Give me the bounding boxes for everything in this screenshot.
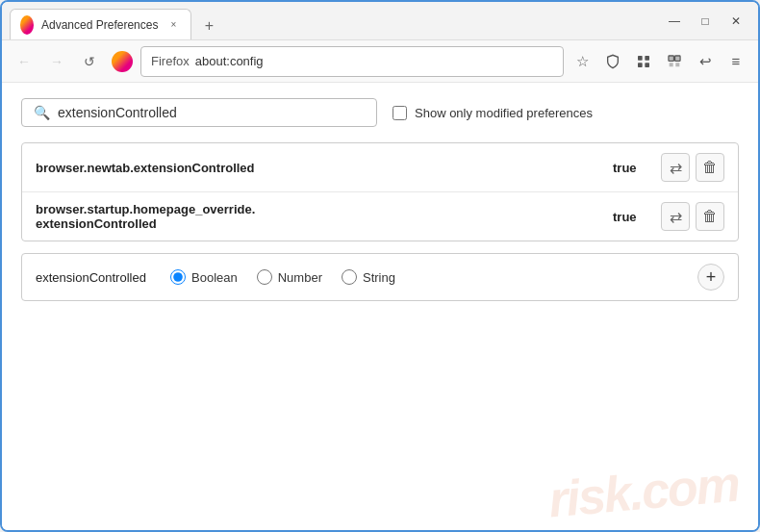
tab-area: Advanced Preferences × + [10, 2, 656, 39]
back-button[interactable]: ← [10, 47, 38, 76]
maximize-button[interactable]: □ [691, 7, 720, 36]
address-bar[interactable]: Firefox about:config [140, 46, 564, 77]
new-tab-button[interactable]: + [195, 13, 222, 39]
url-display: about:config [195, 54, 553, 68]
boolean-radio-label[interactable]: Boolean [170, 269, 238, 285]
row-2-actions: ⇄ 🗑 [661, 202, 724, 231]
string-radio[interactable] [342, 269, 357, 285]
number-label: Number [278, 270, 322, 285]
shield-icon[interactable] [598, 47, 627, 76]
add-pref-button[interactable]: + [697, 264, 724, 291]
number-radio[interactable] [257, 269, 272, 285]
firefox-favicon-icon [20, 15, 34, 35]
svg-rect-0 [638, 56, 643, 61]
firefox-logo-icon [112, 51, 133, 72]
sync-icon[interactable] [660, 47, 689, 76]
reload-button[interactable]: ↺ [75, 47, 104, 76]
toggle-button-1[interactable]: ⇄ [661, 153, 690, 182]
close-button[interactable]: ✕ [722, 7, 750, 36]
row-1-actions: ⇄ 🗑 [661, 153, 724, 182]
toggle-icon-2: ⇄ [670, 208, 682, 226]
content-area: 🔍 Show only modified preferences browser… [2, 83, 758, 530]
show-modified-text: Show only modified preferences [415, 106, 593, 120]
pref-name-2-line1: browser.startup.homepage_override. [36, 202, 255, 216]
nav-bar: ← → ↺ Firefox about:config ☆ ↩ ≡ [2, 40, 758, 83]
show-modified-checkbox[interactable] [393, 106, 407, 120]
watermark: risk.com [546, 454, 741, 528]
title-bar: Advanced Preferences × + — □ ✕ [2, 2, 758, 40]
new-pref-name: extensionControlled [36, 270, 151, 285]
tab-close-button[interactable]: × [165, 17, 181, 33]
pref-value-2: true [613, 210, 651, 224]
delete-icon-1: 🗑 [702, 159, 718, 176]
number-radio-label[interactable]: Number [257, 269, 322, 285]
delete-button-2[interactable]: 🗑 [696, 202, 724, 231]
search-input-wrap[interactable]: 🔍 [21, 98, 377, 127]
browser-brand-label: Firefox [151, 54, 190, 68]
search-bar: 🔍 Show only modified preferences [21, 98, 739, 127]
history-icon[interactable]: ↩ [691, 47, 720, 76]
forward-button[interactable]: → [42, 47, 71, 76]
svg-rect-2 [638, 63, 643, 67]
type-radio-group: Boolean Number String [170, 269, 678, 285]
show-modified-label[interactable]: Show only modified preferences [393, 106, 593, 120]
window-controls: — □ ✕ [660, 7, 750, 36]
table-row: browser.newtab.extensionControlled true … [22, 143, 738, 192]
search-input[interactable] [58, 105, 365, 120]
search-icon: 🔍 [34, 105, 50, 120]
pref-name-1: browser.newtab.extensionControlled [36, 161, 603, 175]
menu-icon[interactable]: ≡ [722, 47, 750, 76]
svg-rect-3 [645, 63, 649, 67]
toggle-icon-1: ⇄ [670, 159, 682, 177]
bookmark-icon[interactable]: ☆ [568, 47, 596, 76]
results-table: browser.newtab.extensionControlled true … [21, 142, 739, 241]
new-pref-row: extensionControlled Boolean Number Strin… [21, 253, 739, 301]
table-row: browser.startup.homepage_override. exten… [22, 192, 738, 241]
boolean-label: Boolean [191, 270, 238, 285]
nav-icons-right: ☆ ↩ ≡ [568, 47, 750, 76]
toggle-button-2[interactable]: ⇄ [661, 202, 690, 231]
pref-name-2: browser.startup.homepage_override. exten… [36, 202, 603, 231]
svg-rect-1 [645, 56, 649, 61]
browser-window: Advanced Preferences × + — □ ✕ ← → ↺ Fir… [0, 0, 760, 532]
extension-icon[interactable] [629, 47, 658, 76]
tab-favicon [20, 18, 34, 32]
delete-icon-2: 🗑 [702, 208, 718, 225]
delete-button-1[interactable]: 🗑 [696, 153, 724, 182]
boolean-radio[interactable] [170, 269, 186, 285]
tab-title: Advanced Preferences [41, 18, 158, 32]
pref-value-1: true [613, 161, 651, 175]
minimize-button[interactable]: — [660, 7, 689, 36]
string-label: String [363, 270, 395, 285]
active-tab[interactable]: Advanced Preferences × [10, 9, 191, 39]
pref-name-2-line2: extensionControlled [36, 216, 157, 231]
string-radio-label[interactable]: String [342, 269, 395, 285]
